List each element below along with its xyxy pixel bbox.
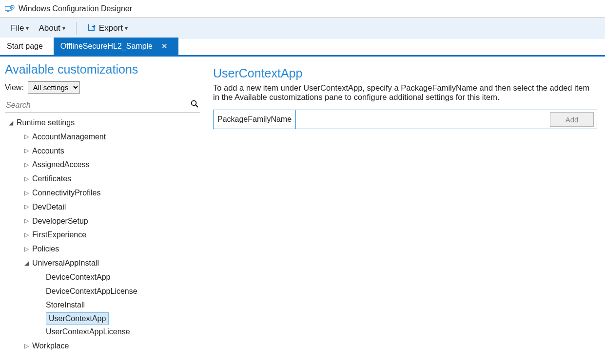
tree-node-store-install[interactable]: StoreInstall <box>5 298 200 312</box>
tree-label: DevDetail <box>32 200 66 214</box>
tree-label: Accounts <box>32 144 64 158</box>
expand-icon: ▷ <box>23 146 29 156</box>
svg-rect-1 <box>7 11 9 12</box>
tree-node-connectivity-profiles[interactable]: ▷ConnectivityProfiles <box>5 186 200 200</box>
tree-node-universal-app-install[interactable]: ◢UniversalAppInstall <box>5 256 200 270</box>
svg-line-5 <box>196 105 198 108</box>
menu-separator <box>76 22 77 35</box>
tree-node-user-context-app[interactable]: UserContextApp <box>5 312 200 325</box>
tree-label: StoreInstall <box>46 298 85 312</box>
add-button[interactable]: Add <box>550 112 594 127</box>
collapse-icon: ◢ <box>23 258 29 269</box>
tree-label: DeviceContextApp <box>46 270 111 285</box>
tree-label: UserContextAppLicense <box>46 325 130 339</box>
page-title: UserContextApp <box>213 66 597 80</box>
tab-project[interactable]: OfflineSecureHL2_Sample ✕ <box>54 38 178 55</box>
tree-node-policies[interactable]: ▷Policies <box>5 242 200 256</box>
tree-label: DeviceContextAppLicense <box>46 285 137 299</box>
menu-export[interactable]: Export ▾ <box>83 21 132 36</box>
menu-export-label: Export <box>99 23 123 33</box>
app-icon <box>5 5 15 13</box>
view-select[interactable]: All settings <box>28 81 80 94</box>
tree-node-workplace[interactable]: ▷Workplace <box>5 339 200 353</box>
package-family-name-label: PackageFamilyName <box>214 110 296 129</box>
expand-icon: ▷ <box>23 132 29 142</box>
tree-node-runtime-settings[interactable]: ◢ Runtime settings <box>5 116 200 130</box>
tab-bar: Start page OfflineSecureHL2_Sample ✕ <box>0 39 605 57</box>
tree-label: AccountManagement <box>32 130 106 144</box>
close-icon[interactable]: ✕ <box>161 42 168 51</box>
view-label: View: <box>5 83 24 92</box>
tree-label: ConnectivityProfiles <box>32 186 101 200</box>
collapse-icon: ◢ <box>8 118 14 129</box>
expand-icon: ▷ <box>23 216 29 227</box>
tree-node-device-context-app-license[interactable]: DeviceContextAppLicense <box>5 285 200 299</box>
expand-icon: ▷ <box>23 202 29 212</box>
tree-node-assigned-access[interactable]: ▷AssignedAccess <box>5 158 200 172</box>
expand-icon: ▷ <box>23 244 29 255</box>
chevron-down-icon: ▾ <box>125 25 128 32</box>
title-bar: Windows Configuration Designer <box>0 0 605 18</box>
settings-tree: ◢ Runtime settings ▷AccountManagement ▷A… <box>5 116 200 353</box>
expand-icon: ▷ <box>23 174 29 185</box>
tree-label: Workplace <box>32 339 69 353</box>
tree-node-certificates[interactable]: ▷Certificates <box>5 172 200 186</box>
tab-start-page[interactable]: Start page <box>0 38 54 55</box>
main-panel: UserContextApp To add a new item under U… <box>205 57 605 363</box>
svg-point-3 <box>12 6 13 7</box>
menu-about-label: About <box>39 23 60 33</box>
app-title: Windows Configuration Designer <box>19 4 132 13</box>
package-family-name-input[interactable] <box>296 110 547 129</box>
tree-node-device-context-app[interactable]: DeviceContextApp <box>5 270 200 285</box>
tab-project-label: OfflineSecureHL2_Sample <box>60 42 153 51</box>
tree-label: DeveloperSetup <box>32 214 88 229</box>
expand-icon: ▷ <box>23 341 29 352</box>
tree-node-first-experience[interactable]: ▷FirstExperience <box>5 228 200 242</box>
page-description: To add a new item under UserContextApp, … <box>213 83 597 102</box>
search-row <box>5 97 200 113</box>
tree-node-user-context-app-license[interactable]: UserContextAppLicense <box>5 325 200 339</box>
tree-label: Runtime settings <box>17 116 75 130</box>
sidebar-heading: Available customizations <box>5 62 200 77</box>
svg-point-4 <box>192 101 196 106</box>
export-icon <box>87 23 97 34</box>
expand-icon: ▷ <box>23 230 29 241</box>
expand-icon: ▷ <box>23 188 29 199</box>
tree-node-developer-setup[interactable]: ▷DeveloperSetup <box>5 214 200 229</box>
tree-label: Policies <box>32 242 59 256</box>
tree-label: UniversalAppInstall <box>32 256 99 270</box>
menu-file[interactable]: File ▾ <box>7 21 33 35</box>
tree-node-dev-detail[interactable]: ▷DevDetail <box>5 200 200 214</box>
tree-label: FirstExperience <box>32 228 86 242</box>
tree-node-account-management[interactable]: ▷AccountManagement <box>5 130 200 144</box>
menu-file-label: File <box>11 23 24 33</box>
tree-label: UserContextApp <box>46 312 109 325</box>
view-row: View: All settings <box>5 81 200 94</box>
search-input[interactable] <box>6 101 190 110</box>
add-item-row: PackageFamilyName Add <box>213 110 597 129</box>
menu-bar: File ▾ About ▾ Export ▾ <box>0 18 605 39</box>
expand-icon: ▷ <box>23 160 29 171</box>
content-area: Available customizations View: All setti… <box>0 57 605 363</box>
chevron-down-icon: ▾ <box>62 25 65 32</box>
tree-label: AssignedAccess <box>32 158 89 172</box>
menu-about[interactable]: About ▾ <box>35 21 69 35</box>
chevron-down-icon: ▾ <box>26 25 29 32</box>
sidebar: Available customizations View: All setti… <box>0 57 205 363</box>
tree-label: Certificates <box>32 172 71 186</box>
search-icon[interactable] <box>190 99 199 111</box>
tree-node-accounts[interactable]: ▷Accounts <box>5 144 200 158</box>
tab-start-label: Start page <box>7 42 43 51</box>
